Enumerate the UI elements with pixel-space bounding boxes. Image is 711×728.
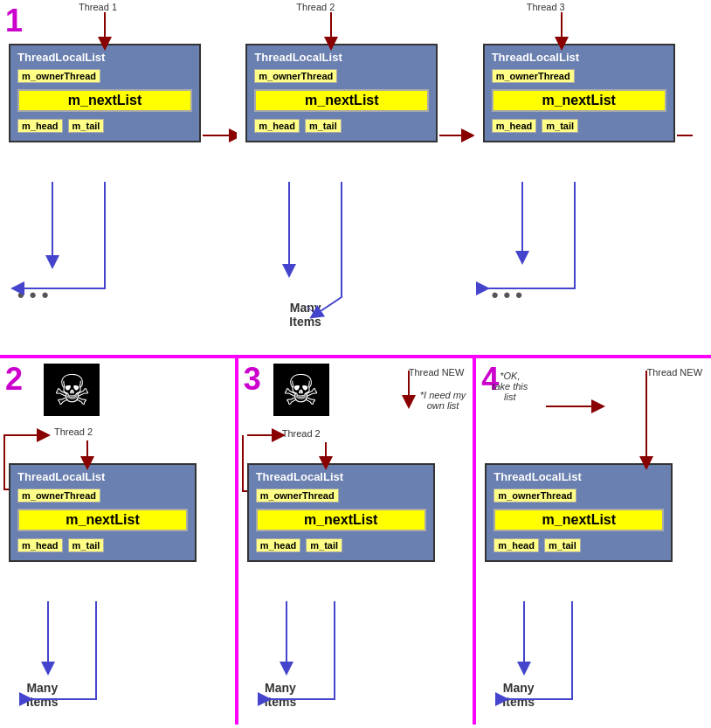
ellipsis-1: • • •: [17, 284, 48, 307]
tll3-next: m_nextList: [492, 89, 666, 112]
section-number-1: 1: [5, 5, 23, 37]
tll-b2-owner: m_ownerThread: [256, 489, 339, 503]
many-items-2: ManyItems: [289, 301, 321, 329]
top-panel-3: Thread 3 ThreadLocalList m_ownerThread m…: [474, 0, 711, 355]
section-number-2: 2: [5, 364, 23, 395]
tll1-next: m_nextList: [17, 89, 192, 112]
ok-note-4: *OK,take thislist: [492, 371, 528, 402]
tll2-head: m_head: [254, 119, 300, 133]
tll-b1-head: m_head: [17, 538, 63, 552]
tll-box-1: ThreadLocalList m_ownerThread m_nextList…: [9, 44, 201, 142]
tll3-tail: m_tail: [542, 119, 578, 133]
tll2-bottom-row: m_head m_tail: [254, 119, 429, 135]
tll-b1-bottom-row: m_head m_tail: [17, 538, 188, 555]
skull-icon-2: ☠: [273, 364, 329, 416]
tll-b1-tail: m_tail: [68, 538, 105, 552]
tll-b2-title: ThreadLocalList: [256, 470, 426, 483]
tll-b2-next: m_nextList: [256, 509, 426, 531]
thread2-label-b2: Thread 2: [282, 428, 321, 439]
tll3-title: ThreadLocalList: [492, 51, 666, 64]
tll-b3-owner: m_ownerThread: [494, 489, 576, 503]
tll-b2-bottom-row: m_head m_tail: [256, 538, 426, 555]
tll-b1-next: m_nextList: [17, 509, 188, 531]
tll-box-3: ThreadLocalList m_ownerThread m_nextList…: [483, 44, 675, 142]
thread3-label: Thread 3: [527, 2, 565, 12]
bottom-panel-2: 3 ☠ Thread NEW *I need myown list Thread…: [238, 358, 473, 725]
tll-box-b3: ThreadLocalList m_ownerThread m_nextList…: [485, 463, 673, 562]
bottom-panel-1: 2 ☠ Thread 2 ThreadLocalList m_ownerThre…: [0, 358, 235, 725]
top-panel-1: 1 Thread 1 ThreadLocalList m_ownerThread…: [0, 0, 237, 355]
tll-box-b2: ThreadLocalList m_ownerThread m_nextList…: [247, 463, 435, 562]
thread-new-label-3: Thread NEW: [409, 367, 465, 378]
tll3-bottom-row: m_head m_tail: [492, 119, 666, 135]
tll-b2-head: m_head: [256, 538, 301, 552]
bottom-section: 2 ☠ Thread 2 ThreadLocalList m_ownerThre…: [0, 358, 711, 725]
thread2-label-b1: Thread 2: [54, 426, 93, 437]
top-panel-2: Thread 2 ThreadLocalList m_ownerThread m…: [237, 0, 473, 355]
many-items-b3: ManyItems: [502, 681, 535, 709]
thread-new-label-4: Thread NEW: [646, 367, 702, 378]
tll3-head: m_head: [492, 119, 537, 133]
top-section: 1 Thread 1 ThreadLocalList m_ownerThread…: [0, 0, 711, 358]
tll-b1-owner: m_ownerThread: [17, 489, 100, 503]
thread2-label-top: Thread 2: [296, 2, 335, 12]
tll-b2-tail: m_tail: [306, 538, 342, 552]
tll1-title: ThreadLocalList: [17, 51, 192, 64]
tll-b3-tail: m_tail: [544, 538, 581, 552]
tll-b3-bottom-row: m_head m_tail: [494, 538, 664, 555]
tll3-owner: m_ownerThread: [492, 69, 575, 83]
thread1-label: Thread 1: [79, 2, 117, 12]
tll-box-2: ThreadLocalList m_ownerThread m_nextList…: [245, 44, 438, 142]
tll-b3-title: ThreadLocalList: [494, 470, 664, 483]
tll1-owner: m_ownerThread: [17, 69, 100, 83]
bottom-panel-3: 4 *OK,take thislist Thread NEW ThreadLoc…: [476, 358, 711, 725]
note-text-3: *I need myown list: [420, 390, 466, 411]
tll-b3-head: m_head: [494, 538, 539, 552]
many-items-b2: ManyItems: [265, 681, 297, 709]
tll2-owner: m_ownerThread: [254, 69, 337, 83]
tll1-tail: m_tail: [68, 119, 105, 133]
tll-b1-title: ThreadLocalList: [17, 470, 188, 483]
tll-b3-next: m_nextList: [494, 509, 664, 531]
tll2-tail: m_tail: [305, 119, 342, 133]
section-number-3: 3: [244, 364, 261, 395]
many-items-b1: ManyItems: [26, 681, 59, 709]
ellipsis-3: • • •: [492, 284, 522, 307]
tll-box-b1: ThreadLocalList m_ownerThread m_nextList…: [9, 463, 197, 562]
tll1-head: m_head: [17, 119, 63, 133]
tll1-bottom-row: m_head m_tail: [17, 119, 192, 135]
tll2-title: ThreadLocalList: [254, 51, 429, 64]
tll2-next: m_nextList: [254, 89, 429, 112]
skull-icon-1: ☠: [44, 364, 100, 416]
